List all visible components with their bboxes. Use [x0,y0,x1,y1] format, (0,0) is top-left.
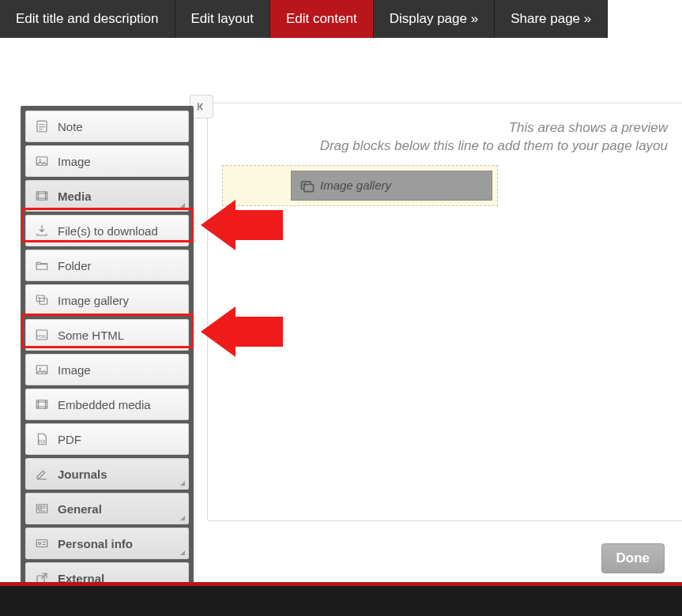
sidebar-item-label: Media [58,190,92,203]
dragged-block-label: Image gallery [320,178,391,192]
sidebar-item-label: Personal info [58,537,133,550]
svg-point-14 [40,367,41,369]
sidebar-item-journals[interactable]: Journals [25,458,189,490]
sidebar-item-personal[interactable]: Personal info [25,528,189,559]
preview-hint: This area shows a preview Drag blocks be… [222,119,668,156]
sidebar-item-label: Image gallery [58,294,129,307]
drop-row: Image gallery [222,165,668,206]
svg-text:HTML: HTML [37,335,47,339]
tab-edit-content[interactable]: Edit content [270,0,374,38]
sidebar-item-media[interactable]: Media [25,180,189,212]
svg-rect-18 [39,506,42,509]
svg-point-2 [304,183,306,185]
download-icon [34,223,50,238]
gallery-icon [300,178,315,193]
sidebar-item-image2[interactable]: Image [25,354,189,385]
tab-edit-layout[interactable]: Edit layout [175,0,270,38]
media-icon [34,189,50,203]
folder-icon [34,258,50,272]
sidebar-item-label: Note [58,120,83,133]
card-icon [34,536,50,550]
preview-panel: This area shows a preview Drag blocks be… [207,103,682,521]
done-button[interactable]: Done [601,543,665,573]
tab-share-page[interactable]: Share page » [495,0,608,38]
svg-point-20 [39,543,41,545]
gallery-icon [34,293,50,307]
sidebar-item-label: General [58,502,102,516]
pdf-icon: PDF [34,432,50,446]
sidebar-item-label: PDF [58,433,81,446]
sidebar-item-label: File(s) to download [58,224,158,238]
svg-point-6 [40,159,41,160]
sidebar-item-folder[interactable]: Folder [25,250,189,281]
preview-hint-line2: Drag blocks below this line to add them … [320,138,668,153]
arrow-left-icon [196,101,207,112]
sidebar-item-gallery[interactable]: Image gallery [25,284,189,316]
svg-text:PDF: PDF [39,440,46,444]
sidebar-item-files[interactable]: File(s) to download [25,215,189,246]
media-icon [34,397,50,411]
sidebar: NoteImageMediaFile(s) to downloadFolderI… [21,106,194,602]
sidebar-item-note[interactable]: Note [25,111,189,142]
drop-slot-2[interactable] [511,165,668,206]
sidebar-item-general[interactable]: General [25,493,189,524]
sidebar-item-label: Folder [58,259,92,272]
top-tabbar: Edit title and description Edit layout E… [0,0,682,38]
tab-edit-title[interactable]: Edit title and description [0,0,175,38]
workspace: This area shows a preview Drag blocks be… [0,38,682,613]
sidebar-item-label: Image [58,363,91,377]
image-icon [34,362,50,377]
svg-rect-3 [198,103,198,110]
done-area: Done [207,531,682,586]
sidebar-item-html[interactable]: HTMLSome HTML [25,319,189,351]
note-icon [34,119,50,133]
footer-bar [0,582,682,616]
sidebar-item-label: Embedded media [58,398,151,411]
pencil-icon [34,467,50,481]
sidebar-item-pdf[interactable]: PDFPDF [25,423,189,455]
sidebar-item-image1[interactable]: Image [25,145,189,177]
sidebar-item-label: Journals [58,468,107,481]
image-icon [34,154,50,168]
sidebar-item-label: Image [58,155,91,168]
dragged-block-image-gallery[interactable]: Image gallery [291,171,492,201]
svg-rect-4 [37,121,47,132]
tab-display-page[interactable]: Display page » [374,0,495,38]
html-icon: HTML [34,328,50,342]
sidebar-item-label: Some HTML [58,329,124,342]
svg-point-10 [38,297,40,299]
preview-hint-line1: This area shows a preview [509,120,668,135]
drop-slot-1[interactable]: Image gallery [222,165,498,206]
news-icon [34,501,50,516]
sidebar-item-embed[interactable]: Embedded media [25,389,189,420]
